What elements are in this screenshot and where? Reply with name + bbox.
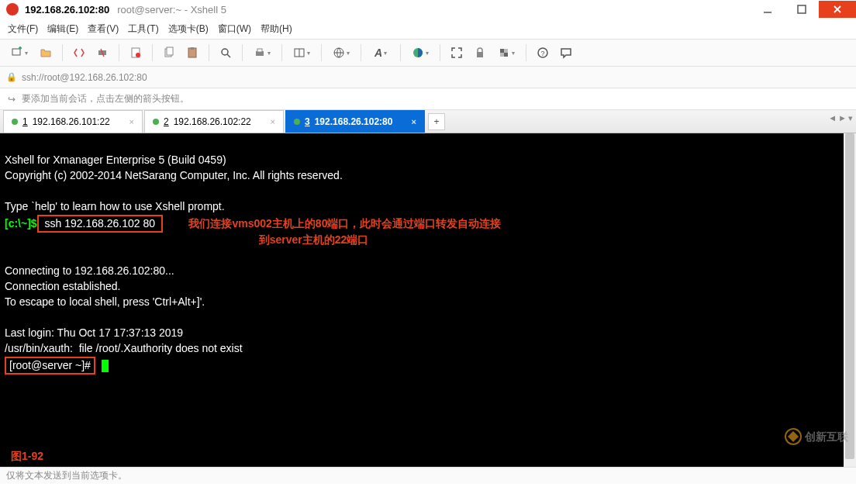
feedback-button[interactable] — [556, 43, 576, 63]
highlighted-prompt: [root@server ~]# — [5, 357, 95, 375]
tab-strip: 1 192.168.26.101:22 × 2 192.168.26.102:2… — [0, 110, 856, 133]
menu-edit[interactable]: 编辑(E) — [47, 22, 78, 36]
encoding-button[interactable] — [328, 43, 354, 63]
toolbar-separator — [242, 44, 243, 61]
tab-number: 3 — [305, 116, 310, 127]
tab-number: 1 — [22, 116, 28, 127]
fullscreen-button[interactable] — [447, 43, 467, 63]
tab-number: 2 — [164, 116, 169, 127]
paste-button[interactable] — [182, 43, 202, 63]
window-title-main: 192.168.26.102:80 — [25, 4, 109, 16]
maximize-button[interactable] — [785, 1, 819, 18]
toolbar-separator — [321, 44, 322, 61]
menu-help[interactable]: 帮助(H) — [261, 22, 292, 36]
toolbar: A ? — [0, 39, 856, 67]
tab-prev-icon[interactable]: ◄ — [828, 113, 837, 123]
copy-button[interactable] — [159, 43, 179, 63]
scrollbar[interactable] — [844, 133, 856, 467]
terminal[interactable]: Xshell for Xmanager Enterprise 5 (Build … — [0, 133, 856, 467]
toolbar-separator — [119, 44, 119, 61]
toolbar-separator — [361, 44, 361, 61]
close-button[interactable] — [819, 1, 856, 18]
terminal-line: /usr/bin/xauth: file /root/.Xauthority d… — [5, 342, 243, 354]
status-dot-icon — [294, 119, 300, 125]
transparency-button[interactable] — [493, 43, 519, 63]
toolbar-separator — [152, 44, 153, 61]
print-button[interactable] — [249, 43, 275, 63]
figure-label: 图1-92 — [11, 449, 43, 464]
address-bar: 🔒 ssh://root@192.168.26.102:80 — [0, 67, 856, 88]
properties-button[interactable] — [126, 43, 146, 63]
tab-list-icon[interactable]: ▾ — [848, 113, 853, 123]
svg-rect-25 — [500, 49, 504, 53]
minimize-button[interactable] — [751, 1, 785, 18]
tab-close-icon[interactable]: × — [129, 117, 134, 126]
terminal-line: Xshell for Xmanager Enterprise 5 (Build … — [5, 154, 226, 166]
svg-point-15 — [222, 49, 228, 55]
layout-button[interactable] — [288, 43, 315, 63]
tab-2[interactable]: 2 192.168.26.102:22 × — [144, 110, 284, 133]
tab-label: 192.168.26.101:22 — [33, 116, 110, 127]
watermark-icon — [785, 428, 802, 445]
tab-close-icon[interactable]: × — [412, 117, 416, 126]
annotation-text: 到server主机的22端口 — [259, 233, 369, 246]
add-session-arrow-icon[interactable]: ↪ — [6, 94, 17, 105]
font-button[interactable]: A — [368, 43, 394, 63]
tab-1[interactable]: 1 192.168.26.101:22 × — [3, 110, 143, 133]
toolbar-separator — [209, 44, 209, 61]
lock-button[interactable] — [470, 43, 490, 63]
cursor-icon — [102, 360, 109, 372]
color-scheme-button[interactable] — [407, 43, 433, 63]
title-bar: 192.168.26.102:80 root@server:~ - Xshell… — [0, 0, 856, 19]
terminal-line: Type `help' to learn how to use Xshell p… — [5, 200, 225, 212]
svg-rect-18 — [257, 49, 262, 52]
svg-point-10 — [136, 53, 140, 57]
menu-window[interactable]: 窗口(W) — [218, 22, 251, 36]
terminal-line: Connection established. — [5, 280, 120, 292]
tab-close-icon[interactable]: × — [271, 117, 275, 126]
menu-tabs[interactable]: 选项卡(B) — [168, 22, 209, 36]
address-url[interactable]: ssh://root@192.168.26.102:80 — [22, 72, 147, 83]
annotation-text: 我们连接vms002主机上的80端口，此时会通过端口转发自动连接 — [188, 217, 501, 230]
toolbar-separator — [440, 44, 440, 61]
svg-rect-23 — [477, 52, 483, 57]
svg-text:?: ? — [540, 50, 544, 57]
status-text: 仅将文本发送到当前选项卡。 — [6, 469, 127, 482]
terminal-line: Copyright (c) 2002-2014 NetSarang Comput… — [5, 169, 343, 181]
new-session-button[interactable] — [6, 43, 33, 63]
tab-next-icon[interactable]: ► — [838, 113, 847, 123]
status-dot-icon — [153, 119, 159, 125]
terminal-line: Connecting to 192.168.26.102:80... — [5, 264, 174, 277]
terminal-prompt: [c:\~]$ — [5, 217, 37, 230]
status-dot-icon — [12, 119, 18, 125]
disconnect-button[interactable] — [92, 43, 112, 63]
watermark-text: 创新互联 — [805, 430, 848, 444]
app-icon — [6, 3, 19, 16]
svg-rect-26 — [504, 53, 508, 57]
scrollbar-thumb[interactable] — [845, 133, 854, 459]
toolbar-separator — [400, 44, 401, 61]
menu-tools[interactable]: 工具(T) — [128, 22, 158, 36]
terminal-line: To escape to local shell, press 'Ctrl+Al… — [5, 295, 205, 308]
reconnect-button[interactable] — [69, 43, 89, 63]
svg-line-16 — [227, 54, 230, 57]
menu-view[interactable]: 查看(V) — [88, 22, 119, 36]
svg-rect-14 — [191, 47, 194, 50]
toolbar-separator — [62, 44, 63, 61]
help-button[interactable]: ? — [533, 43, 553, 63]
find-button[interactable] — [216, 43, 236, 63]
svg-rect-12 — [167, 47, 173, 55]
toolbar-separator — [281, 44, 282, 61]
info-bar: ↪ 要添加当前会话，点击左侧的箭头按钮。 — [0, 88, 856, 110]
lock-icon: 🔒 — [6, 72, 17, 82]
open-button[interactable] — [36, 43, 56, 63]
tab-3[interactable]: 3 192.168.26.102:80 × — [285, 110, 425, 133]
tab-label: 192.168.26.102:80 — [315, 116, 393, 127]
menu-file[interactable]: 文件(F) — [8, 22, 38, 36]
svg-rect-1 — [798, 5, 806, 13]
window-title-sub: root@server:~ - Xshell 5 — [117, 4, 226, 16]
info-bar-text: 要添加当前会话，点击左侧的箭头按钮。 — [22, 92, 189, 105]
tab-nav: ◄ ► ▾ — [828, 113, 853, 123]
tab-add-button[interactable]: + — [428, 113, 445, 130]
watermark: 创新互联 — [785, 428, 848, 445]
